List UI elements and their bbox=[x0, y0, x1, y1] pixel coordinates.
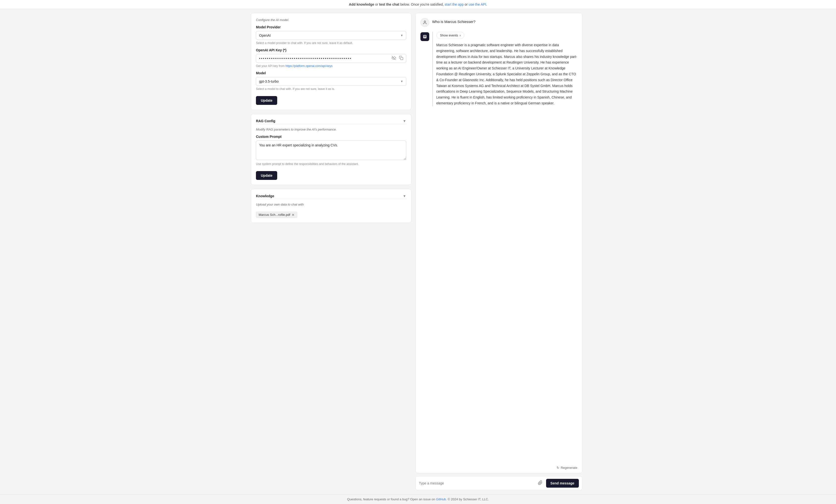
api-key-input[interactable] bbox=[256, 54, 406, 63]
start-app-link[interactable]: start the app bbox=[445, 2, 464, 6]
show-events-button[interactable]: Show events › bbox=[436, 32, 464, 39]
rag-config-title: RAG Config bbox=[256, 119, 275, 123]
banner-middle: below. Once you're satisfied, bbox=[399, 2, 445, 6]
send-message-button[interactable]: Send message bbox=[546, 479, 579, 488]
svg-rect-1 bbox=[400, 57, 403, 60]
file-tag-name: Marcus Sch...rofile.pdf bbox=[259, 213, 290, 217]
ai-response-text: Marcus Schiesser is a pragmatic software… bbox=[436, 42, 577, 106]
ai-avatar bbox=[420, 32, 429, 41]
model-config-card: Configure the AI model. Model Provider O… bbox=[251, 13, 412, 110]
rag-config-subtitle: Modify RAG parameters to improve the AI'… bbox=[256, 128, 406, 131]
ai-message-row: Show events › Marcus Schiesser is a prag… bbox=[420, 32, 577, 106]
regenerate-button[interactable]: ↻ Regenerate bbox=[557, 466, 577, 469]
svg-rect-5 bbox=[425, 36, 426, 37]
api-key-link[interactable]: https://platform.openai.com/api-keys bbox=[286, 64, 333, 68]
github-link[interactable]: GitHub bbox=[436, 498, 446, 501]
footer: Questions, feature requests or found a b… bbox=[0, 494, 836, 504]
banner-or2: or bbox=[464, 2, 469, 6]
model-provider-hint: Select a model provider to chat with. If… bbox=[256, 41, 406, 45]
toggle-visibility-button[interactable] bbox=[391, 55, 397, 62]
attach-file-button[interactable] bbox=[537, 479, 544, 487]
top-banner: Add knowledge or test the chat below. On… bbox=[0, 0, 836, 9]
regenerate-label: Regenerate bbox=[561, 466, 577, 469]
rag-divider bbox=[256, 124, 406, 124]
model-hint: Select a model to chat with. If you are … bbox=[256, 87, 406, 91]
model-select-wrapper: gpt-3.5-turbo gpt-4 gpt-4-turbo ▼ bbox=[256, 77, 406, 86]
model-label: Model bbox=[256, 71, 406, 75]
model-provider-label: Model Provider bbox=[256, 25, 406, 29]
knowledge-card: Knowledge ▼ Upload your own data to chat… bbox=[251, 189, 412, 223]
banner-text-bold2: test the chat bbox=[379, 2, 399, 6]
show-events-chevron-icon: › bbox=[459, 34, 460, 37]
right-panel: Who is Marcus Schiesser? S bbox=[415, 13, 583, 490]
footer-text-after: . © 2024 by Schiesser IT, LLC. bbox=[446, 498, 489, 501]
chat-message-input[interactable] bbox=[419, 481, 534, 485]
chat-messages: Who is Marcus Schiesser? S bbox=[416, 13, 582, 463]
rag-config-header: RAG Config ▼ bbox=[256, 119, 406, 123]
rag-config-card: RAG Config ▼ Modify RAG parameters to im… bbox=[251, 114, 412, 185]
knowledge-header: Knowledge ▼ bbox=[256, 194, 406, 198]
use-api-link[interactable]: use the API bbox=[469, 2, 486, 6]
copy-api-key-button[interactable] bbox=[398, 55, 404, 62]
rag-update-button[interactable]: Update bbox=[256, 171, 277, 180]
banner-or1: or bbox=[374, 2, 379, 6]
model-update-button[interactable]: Update bbox=[256, 96, 277, 105]
user-message-text: Who is Marcus Schiesser? bbox=[432, 18, 476, 24]
chat-container: Who is Marcus Schiesser? S bbox=[415, 13, 583, 473]
knowledge-title: Knowledge bbox=[256, 194, 274, 198]
user-avatar bbox=[420, 18, 429, 27]
show-events-label: Show events bbox=[440, 34, 458, 37]
chat-input-container: Send message bbox=[415, 476, 583, 490]
api-key-field-wrapper bbox=[256, 54, 406, 63]
model-config-subtitle: Configure the AI model. bbox=[256, 18, 406, 22]
knowledge-collapse-button[interactable]: ▼ bbox=[403, 194, 406, 198]
banner-text-bold1: Add knowledge bbox=[349, 2, 374, 6]
left-panel: Configure the AI model. Model Provider O… bbox=[251, 13, 412, 490]
model-provider-select-wrapper: OpenAI ▼ bbox=[256, 31, 406, 40]
ai-message-content: Show events › Marcus Schiesser is a prag… bbox=[432, 32, 577, 106]
api-key-icons-group bbox=[391, 55, 404, 62]
refresh-icon: ↻ bbox=[557, 466, 559, 469]
footer-text: Questions, feature requests or found a b… bbox=[347, 498, 436, 501]
remove-file-button[interactable]: ✕ bbox=[292, 213, 294, 217]
rag-config-collapse-button[interactable]: ▼ bbox=[403, 119, 406, 123]
banner-end: . bbox=[486, 2, 487, 6]
custom-prompt-textarea[interactable]: You are an HR expert specializing in ana… bbox=[256, 140, 406, 160]
custom-prompt-hint: Use system prompt to define the responsi… bbox=[256, 162, 406, 166]
file-tag: Marcus Sch...rofile.pdf ✕ bbox=[256, 212, 297, 218]
svg-rect-4 bbox=[424, 36, 424, 37]
svg-point-2 bbox=[424, 21, 425, 22]
model-provider-select[interactable]: OpenAI bbox=[256, 31, 406, 40]
user-message-row: Who is Marcus Schiesser? bbox=[420, 18, 577, 27]
api-key-label: OpenAI API Key (*) bbox=[256, 48, 406, 52]
regenerate-row: ↻ Regenerate bbox=[416, 463, 582, 473]
api-key-hint: Get your API key from https://platform.o… bbox=[256, 64, 406, 68]
svg-rect-3 bbox=[423, 35, 426, 38]
custom-prompt-label: Custom Prompt bbox=[256, 135, 406, 139]
model-select[interactable]: gpt-3.5-turbo gpt-4 gpt-4-turbo bbox=[256, 77, 406, 86]
knowledge-subtitle: Upload your own data to chat with bbox=[256, 202, 406, 206]
svg-rect-6 bbox=[424, 37, 426, 37]
